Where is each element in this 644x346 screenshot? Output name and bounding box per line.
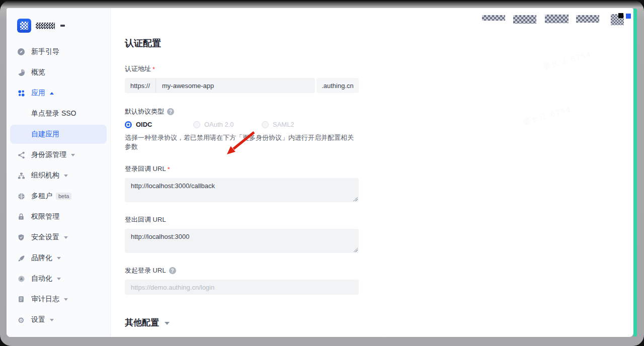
- sidebar-item-label: 概览: [31, 68, 45, 77]
- chevron-down-icon: [50, 319, 54, 321]
- pie-chart-icon: [17, 68, 25, 76]
- sidebar-item-self-built-app[interactable]: 自建应用: [10, 125, 107, 144]
- login-callback-textarea[interactable]: [125, 178, 359, 202]
- sidebar-item-label: 组织机构: [31, 171, 59, 180]
- radio-selected-icon: [125, 121, 132, 128]
- radio-oauth2[interactable]: OAuth 2.0: [193, 121, 262, 128]
- chevron-down-icon: [165, 322, 170, 325]
- initiate-login-input[interactable]: [125, 280, 359, 295]
- other-config-section-title[interactable]: 其他配置: [125, 317, 359, 328]
- protocol-radio-group: OIDC OAuth 2.0 SAML2: [125, 121, 359, 128]
- auth-url-input[interactable]: my-awesome-app: [156, 78, 315, 93]
- sidebar-item-label: 权限管理: [31, 212, 59, 221]
- radio-label: OIDC: [136, 121, 152, 128]
- chevron-down-icon: [57, 257, 61, 260]
- sidebar-item-overview[interactable]: 概览: [7, 63, 110, 82]
- chevron-down-icon: [71, 154, 75, 156]
- redacted-avatar-cell-black: [618, 13, 623, 18]
- sidebar-item-label: 多租户: [31, 192, 52, 201]
- sidebar-item-permissions[interactable]: 权限管理: [7, 207, 110, 226]
- app-logo: [17, 19, 31, 33]
- tenant-globe-icon: [17, 192, 25, 200]
- redacted-header-item-1[interactable]: [482, 15, 505, 21]
- sidebar: 新手引导 概览 应用 单点登录 SSO 自建应用: [7, 8, 111, 337]
- redacted-header-item-2[interactable]: [513, 15, 536, 24]
- org-tree-icon: [17, 171, 25, 180]
- radio-label: OAuth 2.0: [204, 121, 234, 128]
- label-text: 默认协议类型: [125, 107, 164, 116]
- required-asterisk: *: [168, 165, 170, 173]
- radio-disabled-icon: [262, 121, 269, 128]
- chevron-down-icon: [57, 278, 61, 280]
- chevron-up-icon: [50, 92, 54, 95]
- help-question-icon[interactable]: ?: [167, 108, 174, 115]
- required-asterisk: *: [152, 65, 155, 73]
- radio-disabled-icon: [193, 121, 200, 128]
- auth-config-panel: 认证配置 认证地址* https:// my-awesome-app .auth…: [125, 8, 359, 337]
- logout-callback-wrap: [125, 229, 359, 253]
- app-window: 新手引导 概览 应用 单点登录 SSO 自建应用: [7, 8, 633, 337]
- sidebar-item-identity-sources[interactable]: 身份源管理: [7, 145, 110, 164]
- workspace-switcher[interactable]: [7, 18, 110, 33]
- brush-icon: [17, 254, 25, 262]
- radio-label: SAML2: [273, 121, 294, 128]
- sidebar-item-organization[interactable]: 组织机构: [7, 166, 110, 185]
- shield-check-icon: [17, 233, 25, 241]
- watermark-text: 廖长江 6754: [522, 105, 572, 127]
- radio-saml2[interactable]: SAML2: [262, 121, 330, 128]
- protocol-hint-text: 选择一种登录协议，若已禁用请在下方「更多身份协议」内进行开启并配置相关参数: [125, 133, 359, 151]
- automation-a-icon: A: [17, 275, 25, 283]
- gear-icon: ⚙: [17, 316, 25, 324]
- sidebar-item-audit-log[interactable]: 审计日志: [7, 290, 110, 309]
- notification-dot[interactable]: [626, 14, 631, 19]
- chevron-down-icon: [60, 25, 65, 27]
- sidebar-item-sso[interactable]: 单点登录 SSO: [7, 104, 110, 123]
- sidebar-item-label: 品牌化: [31, 253, 52, 263]
- chevron-down-icon: [64, 236, 68, 239]
- tenant-name-redacted: [36, 23, 55, 29]
- section-title-text: 其他配置: [125, 317, 159, 328]
- protocol-type-label: 默认协议类型 ?: [125, 107, 359, 116]
- sidebar-item-label: 应用: [31, 89, 45, 98]
- sidebar-item-security[interactable]: 安全设置: [7, 228, 110, 247]
- auth-url-input-group: https:// my-awesome-app .authing.cn: [125, 78, 359, 93]
- initiate-login-label: 发起登录 URL ?: [125, 266, 359, 275]
- sidebar-item-guide[interactable]: 新手引导: [7, 42, 110, 61]
- teal-edge-strip: [633, 9, 637, 336]
- audit-log-icon: [17, 295, 25, 303]
- svg-text:A: A: [20, 277, 23, 281]
- resize-handle-icon[interactable]: [353, 197, 358, 201]
- redacted-header-item-4[interactable]: [576, 15, 599, 23]
- sidebar-menu: 新手引导 概览 应用 单点登录 SSO 自建应用: [7, 42, 110, 331]
- logout-callback-textarea[interactable]: [125, 229, 359, 253]
- label-text: 认证地址: [125, 64, 151, 73]
- lock-icon: [17, 213, 25, 221]
- login-callback-wrap: [125, 178, 359, 202]
- beta-badge: beta: [56, 193, 71, 200]
- logout-callback-label: 登出回调 URL: [125, 215, 359, 224]
- share-nodes-icon: [17, 151, 25, 159]
- sidebar-item-label: 单点登录 SSO: [31, 109, 76, 118]
- sidebar-item-label: 新手引导: [31, 47, 59, 56]
- sidebar-item-label: 安全设置: [31, 233, 59, 242]
- sidebar-item-label: 身份源管理: [31, 150, 66, 159]
- redacted-header-item-3[interactable]: [545, 15, 569, 23]
- sidebar-item-multi-tenant[interactable]: 多租户 beta: [7, 187, 110, 206]
- radio-oidc[interactable]: OIDC: [125, 121, 193, 128]
- sidebar-item-settings[interactable]: ⚙ 设置: [7, 310, 110, 329]
- sidebar-item-automation[interactable]: A 自动化: [7, 269, 110, 288]
- help-question-icon[interactable]: ?: [169, 267, 176, 274]
- watermark-text: 廖长江 6754: [542, 50, 592, 72]
- sidebar-item-applications[interactable]: 应用: [7, 83, 110, 103]
- sidebar-item-label: 审计日志: [31, 295, 59, 304]
- label-text: 发起登录 URL: [125, 266, 166, 275]
- chevron-down-icon: [64, 175, 68, 177]
- sidebar-item-label: 自动化: [31, 274, 52, 283]
- login-callback-label: 登录回调 URL*: [125, 164, 359, 174]
- auth-url-prefix: https://: [125, 78, 156, 93]
- sidebar-item-branding[interactable]: 品牌化: [7, 248, 110, 268]
- sidebar-item-label: 自建应用: [31, 130, 59, 139]
- auth-url-label: 认证地址*: [125, 64, 359, 73]
- resize-handle-icon[interactable]: [353, 247, 358, 252]
- logo-glyph-redacted: [20, 22, 28, 30]
